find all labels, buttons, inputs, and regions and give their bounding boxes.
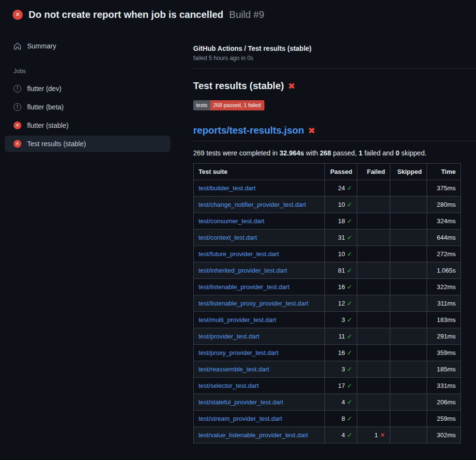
time-cell: 375ms (427, 180, 461, 197)
skipped-cell (390, 180, 427, 197)
test-suite-link[interactable]: test/future_provider_test.dart (199, 250, 279, 258)
results-table: Test suite Passed Failed Skipped Time te… (193, 163, 461, 444)
count-value: 10 (338, 201, 345, 208)
skipped-cell (390, 295, 427, 312)
count-value: 12 (338, 300, 345, 307)
test-suite-link[interactable]: test/stream_provider_test.dart (199, 415, 282, 422)
status-line: failed 5 hours ago in 0s (193, 55, 476, 61)
divider (193, 68, 476, 69)
neutral-status-icon: ! (14, 103, 21, 111)
passed-cell: 8✓ (324, 411, 357, 427)
skipped-cell (390, 197, 427, 213)
time-cell: 1.065s (427, 262, 461, 279)
failed-cell (357, 345, 390, 361)
table-row: test/listenable_proxy_provider_test.dart… (194, 295, 461, 312)
report-file-link[interactable]: reports/test-results.json (193, 125, 304, 136)
test-suite-cell: test/selector_test.dart (194, 378, 325, 394)
sidebar-item-label: flutter (beta) (27, 103, 63, 111)
passed-cell: 24✓ (324, 180, 357, 197)
check-icon: ✓ (347, 201, 353, 208)
skipped-cell (390, 345, 427, 361)
test-suite-link[interactable]: test/listenable_proxy_provider_test.dart (199, 300, 308, 307)
test-suite-cell: test/builder_test.dart (194, 180, 325, 197)
table-row: test/proxy_provider_test.dart16✓359ms (194, 345, 461, 361)
passed-cell: 18✓ (324, 213, 357, 230)
column-header-skipped: Skipped (390, 164, 427, 180)
table-row: test/value_listenable_provider_test.dart… (194, 427, 461, 444)
test-suite-link[interactable]: test/reassemble_test.dart (199, 366, 269, 373)
table-row: test/multi_provider_test.dart3✓183ms (194, 312, 461, 328)
test-suite-link[interactable]: test/change_notifier_provider_test.dart (199, 201, 306, 208)
table-row: test/stream_provider_test.dart8✓259ms (194, 411, 461, 427)
cross-icon: ✕ (380, 431, 385, 439)
test-suite-cell: test/stateful_provider_test.dart (194, 394, 325, 411)
count-value: 16 (338, 349, 345, 356)
check-icon: ✓ (347, 267, 353, 274)
test-suite-link[interactable]: test/multi_provider_test.dart (199, 316, 276, 323)
sidebar-item-flutter-beta[interactable]: !flutter (beta) (5, 99, 170, 115)
skipped-cell (390, 378, 427, 394)
test-suite-link[interactable]: test/provider_test.dart (199, 333, 260, 340)
failed-cell (357, 197, 390, 213)
page-header: ✕ Do not create report when job is cance… (0, 0, 476, 28)
test-suite-link[interactable]: test/proxy_provider_test.dart (199, 349, 278, 356)
test-suite-link[interactable]: test/stateful_provider_test.dart (199, 399, 283, 406)
test-suite-cell: test/listenable_provider_test.dart (194, 279, 325, 295)
check-icon: ✓ (347, 300, 353, 307)
passed-cell: 4✓ (324, 427, 357, 444)
table-row: test/change_notifier_provider_test.dart1… (194, 197, 461, 213)
skipped-cell (390, 246, 427, 262)
check-icon: ✓ (347, 333, 353, 340)
badge-value: 268 passed, 1 failed (210, 100, 264, 110)
check-icon: ✓ (347, 250, 353, 258)
time-cell: 322ms (427, 279, 461, 295)
test-suite-cell: test/consumer_test.dart (194, 213, 325, 230)
jobs-section-label: Jobs (0, 54, 193, 78)
skipped-cell (390, 279, 427, 295)
column-header-passed: Passed (324, 164, 357, 180)
summary-text: failed and (363, 149, 396, 157)
failed-cell (357, 262, 390, 279)
count-value: 4 (341, 399, 345, 406)
sidebar-item-test-results-stable[interactable]: ✕Test results (stable) (5, 136, 170, 152)
table-row: test/listenable_provider_test.dart16✓322… (194, 279, 461, 295)
test-suite-link[interactable]: test/builder_test.dart (199, 184, 256, 192)
check-run-page: ✕ Do not create report when job is cance… (0, 0, 476, 460)
sidebar-item-label: Summary (27, 42, 56, 50)
passed-cell: 12✓ (324, 295, 357, 312)
failed-cell (357, 230, 390, 246)
test-suite-link[interactable]: test/selector_test.dart (199, 382, 259, 389)
skipped-cell (390, 394, 427, 411)
breadcrumb: GitHub Actions / Test results (stable) (193, 45, 476, 52)
failed-cell (357, 394, 390, 411)
test-suite-link[interactable]: test/inherited_provider_test.dart (199, 267, 287, 274)
sidebar-item-summary[interactable]: Summary (5, 38, 170, 54)
test-suite-cell: test/proxy_provider_test.dart (194, 345, 325, 361)
failed-cell (357, 213, 390, 230)
test-suite-link[interactable]: test/context_test.dart (199, 234, 257, 241)
page-layout: Summary Jobs !flutter (dev)!flutter (bet… (0, 28, 476, 444)
count-value: 24 (338, 184, 345, 192)
check-icon: ✓ (347, 283, 353, 291)
section-title-text: Test results (stable) (193, 80, 284, 92)
test-suite-link[interactable]: test/consumer_test.dart (199, 217, 264, 225)
test-suite-cell: test/change_notifier_provider_test.dart (194, 197, 325, 213)
check-icon: ✓ (347, 217, 353, 225)
count-value: 81 (338, 267, 345, 274)
test-suite-link[interactable]: test/value_listenable_provider_test.dart (199, 431, 308, 439)
build-number: Build #9 (229, 9, 264, 20)
passed-cell: 17✓ (324, 378, 357, 394)
skipped-cell (390, 213, 427, 230)
sidebar-item-flutter-stable[interactable]: ✕flutter (stable) (5, 117, 170, 134)
count-value: 4 (341, 431, 345, 439)
test-suite-link[interactable]: test/listenable_provider_test.dart (199, 283, 290, 291)
count-value: 31 (338, 234, 345, 241)
passed-cell: 16✓ (324, 345, 357, 361)
test-suite-cell: test/value_listenable_provider_test.dart (194, 427, 325, 444)
sidebar-item-flutter-dev[interactable]: !flutter (dev) (5, 80, 170, 97)
skipped-cell (390, 230, 427, 246)
time-cell: 183ms (427, 312, 461, 328)
failed-count: 1 (359, 149, 363, 157)
skipped-cell (390, 427, 427, 444)
passed-cell: 3✓ (324, 361, 357, 378)
